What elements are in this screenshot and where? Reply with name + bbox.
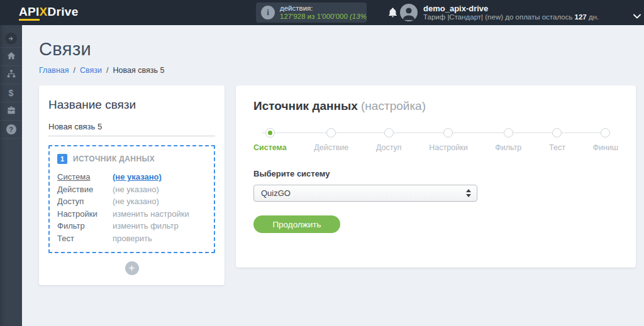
step-dot	[265, 128, 275, 138]
logo-text-x: X	[40, 5, 48, 18]
arrow-right-circle-icon	[5, 33, 17, 45]
topbar: APIXDrive i действия: 127'928 из 1'000'0…	[0, 0, 644, 25]
row-value-filter[interactable]: изменить фильтр	[113, 220, 208, 232]
user-plan: Тариф |Стандарт| (new) до оплаты осталос…	[423, 13, 599, 21]
connection-name-card: Название связи 1 ИСТОЧНИК ДАННЫХ Система…	[39, 85, 225, 285]
step-dot	[384, 128, 394, 138]
sidebar-item-help[interactable]: ?	[0, 121, 22, 139]
select-arrows-icon	[466, 189, 471, 197]
actions-counter-value: 127'928 из 1'000'000 (13%)	[280, 13, 367, 21]
step-dot	[552, 128, 562, 138]
home-icon	[6, 51, 16, 63]
sidebar: $ ?	[0, 25, 22, 326]
step-dot	[326, 128, 336, 138]
step-filter[interactable]: Фильтр	[495, 128, 521, 152]
row-value-settings[interactable]: изменить настройки	[113, 208, 208, 220]
logo-text-api: API	[19, 5, 40, 21]
step-settings[interactable]: Настройки	[429, 128, 467, 152]
main-content: Связи Главная / Связи / Новая связь 5 На…	[22, 25, 644, 326]
briefcase-icon	[6, 106, 16, 117]
row-value-test[interactable]: проверить	[113, 232, 208, 245]
row-label-action: Действие	[57, 183, 113, 196]
user-days-left: 127	[575, 13, 587, 21]
breadcrumb-connections-link[interactable]: Связи	[80, 66, 102, 75]
actions-counter-text: действия: 127'928 из 1'000'000 (13%)	[280, 4, 367, 21]
data-source-setup-card: Источник данных (настройка) Система Дейс…	[236, 85, 636, 268]
data-source-summary-panel: 1 ИСТОЧНИК ДАННЫХ Система (не указано) Д…	[48, 145, 215, 253]
row-label-test: Тест	[57, 232, 113, 245]
summary-rows: Система (не указано) Действие (не указан…	[57, 171, 208, 244]
panel-header: 1 ИСТОЧНИК ДАННЫХ	[57, 154, 208, 164]
sidebar-collapse-button[interactable]	[0, 30, 22, 48]
name-card-title: Название связи	[48, 98, 215, 112]
help-question-icon: ?	[6, 124, 16, 134]
sidebar-item-services[interactable]	[0, 102, 22, 121]
user-name: demo_apix-drive	[423, 4, 599, 13]
logo-text-drive: Drive	[48, 5, 79, 18]
info-icon: i	[261, 6, 275, 19]
row-value-action: (не указано)	[113, 183, 208, 196]
step-dot	[504, 128, 513, 138]
avatar	[400, 4, 418, 21]
page-title: Связи	[39, 39, 636, 60]
actions-counter[interactable]: i действия: 127'928 из 1'000'000 (13%)	[256, 3, 367, 23]
chevron-down-icon[interactable]	[633, 10, 641, 21]
step-system[interactable]: Система	[253, 128, 287, 152]
actions-counter-label: действия:	[280, 4, 367, 13]
dollar-icon: $	[9, 88, 14, 98]
add-step-button[interactable]: +	[125, 261, 139, 275]
step-test[interactable]: Тест	[549, 128, 565, 152]
row-label-settings: Настройки	[57, 208, 113, 220]
system-select[interactable]: QuizGO	[253, 185, 477, 202]
step-access[interactable]: Доступ	[376, 128, 402, 152]
source-card-title: Источник данных (настройка)	[253, 99, 618, 113]
system-select-value: QuizGO	[261, 188, 291, 198]
user-menu[interactable]: demo_apix-drive Тариф |Стандарт| (new) д…	[400, 4, 599, 21]
connection-name-input[interactable]	[48, 122, 215, 136]
breadcrumb-separator: /	[106, 66, 108, 75]
setup-stepper: Система Действие Доступ Настройки Фильтр…	[253, 128, 618, 152]
notifications-bell-icon[interactable]	[387, 6, 398, 21]
row-label-access: Доступ	[57, 195, 113, 208]
continue-button[interactable]: Продолжить	[253, 215, 340, 233]
step-dot	[601, 128, 610, 138]
apixdrive-logo[interactable]: APIXDrive	[19, 5, 79, 19]
user-info: demo_apix-drive Тариф |Стандарт| (new) д…	[423, 4, 599, 21]
breadcrumb: Главная / Связи / Новая связь 5	[39, 66, 636, 75]
sidebar-item-home[interactable]	[0, 48, 22, 66]
breadcrumb-home-link[interactable]: Главная	[39, 66, 69, 75]
panel-title: ИСТОЧНИК ДАННЫХ	[73, 155, 155, 163]
sidebar-item-connections[interactable]	[0, 66, 22, 84]
actions-counter-percent: (13%)	[350, 13, 367, 20]
step-finish[interactable]: Финиш	[593, 128, 618, 152]
step-dot	[443, 128, 453, 138]
sitemap-icon	[6, 69, 16, 81]
row-label-system[interactable]: Система	[57, 171, 113, 183]
step-number-badge: 1	[57, 154, 67, 164]
row-value-system[interactable]: (не указано)	[113, 171, 208, 183]
source-card-subtitle: (настройка)	[361, 99, 426, 112]
row-value-access: (не указано)	[113, 195, 208, 208]
row-label-filter: Фильтр	[57, 220, 113, 232]
breadcrumb-current: Новая связь 5	[113, 66, 165, 75]
system-select-label: Выберите систему	[253, 169, 618, 178]
sidebar-item-billing[interactable]: $	[0, 84, 22, 102]
step-action[interactable]: Действие	[314, 128, 348, 152]
breadcrumb-separator: /	[74, 66, 75, 75]
